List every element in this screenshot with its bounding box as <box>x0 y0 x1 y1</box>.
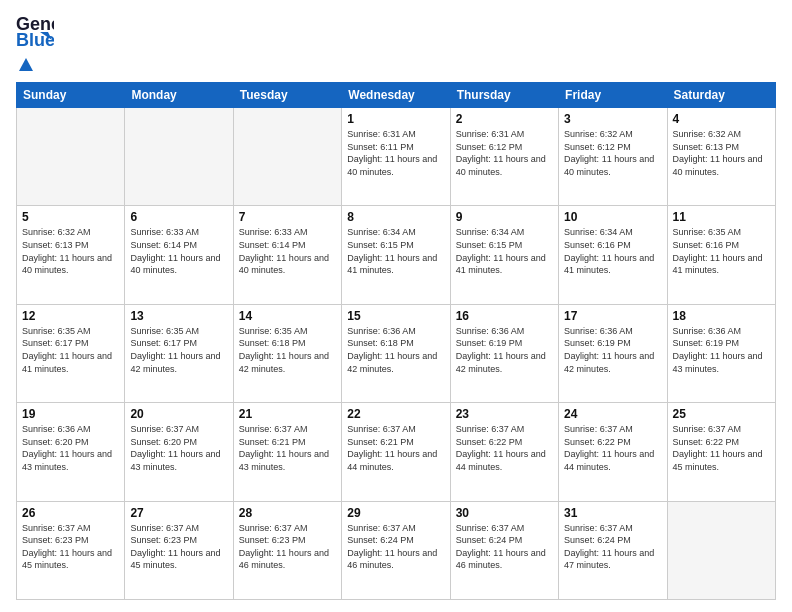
weekday-header-tuesday: Tuesday <box>233 83 341 108</box>
calendar-cell: 15Sunrise: 6:36 AM Sunset: 6:18 PM Dayli… <box>342 304 450 402</box>
calendar-week-5: 26Sunrise: 6:37 AM Sunset: 6:23 PM Dayli… <box>17 501 776 599</box>
day-info: Sunrise: 6:37 AM Sunset: 6:21 PM Dayligh… <box>239 423 336 473</box>
calendar-cell: 11Sunrise: 6:35 AM Sunset: 6:16 PM Dayli… <box>667 206 775 304</box>
calendar-cell <box>667 501 775 599</box>
weekday-header-saturday: Saturday <box>667 83 775 108</box>
day-number: 7 <box>239 210 336 224</box>
day-info: Sunrise: 6:35 AM Sunset: 6:17 PM Dayligh… <box>130 325 227 375</box>
calendar-cell: 20Sunrise: 6:37 AM Sunset: 6:20 PM Dayli… <box>125 403 233 501</box>
day-info: Sunrise: 6:37 AM Sunset: 6:22 PM Dayligh… <box>673 423 770 473</box>
day-info: Sunrise: 6:31 AM Sunset: 6:11 PM Dayligh… <box>347 128 444 178</box>
calendar-cell <box>17 108 125 206</box>
weekday-header-row: SundayMondayTuesdayWednesdayThursdayFrid… <box>17 83 776 108</box>
calendar-week-2: 5Sunrise: 6:32 AM Sunset: 6:13 PM Daylig… <box>17 206 776 304</box>
weekday-header-thursday: Thursday <box>450 83 558 108</box>
day-info: Sunrise: 6:37 AM Sunset: 6:22 PM Dayligh… <box>456 423 553 473</box>
day-info: Sunrise: 6:36 AM Sunset: 6:19 PM Dayligh… <box>564 325 661 375</box>
page: General Blue SundayMondayTuesdayWednesda… <box>0 0 792 612</box>
calendar-cell <box>233 108 341 206</box>
day-number: 23 <box>456 407 553 421</box>
day-info: Sunrise: 6:35 AM Sunset: 6:17 PM Dayligh… <box>22 325 119 375</box>
day-number: 11 <box>673 210 770 224</box>
day-number: 18 <box>673 309 770 323</box>
day-info: Sunrise: 6:35 AM Sunset: 6:16 PM Dayligh… <box>673 226 770 276</box>
calendar-cell: 25Sunrise: 6:37 AM Sunset: 6:22 PM Dayli… <box>667 403 775 501</box>
day-info: Sunrise: 6:31 AM Sunset: 6:12 PM Dayligh… <box>456 128 553 178</box>
day-number: 8 <box>347 210 444 224</box>
day-info: Sunrise: 6:36 AM Sunset: 6:20 PM Dayligh… <box>22 423 119 473</box>
calendar-cell: 21Sunrise: 6:37 AM Sunset: 6:21 PM Dayli… <box>233 403 341 501</box>
day-number: 27 <box>130 506 227 520</box>
day-number: 20 <box>130 407 227 421</box>
day-info: Sunrise: 6:35 AM Sunset: 6:18 PM Dayligh… <box>239 325 336 375</box>
day-number: 21 <box>239 407 336 421</box>
day-info: Sunrise: 6:37 AM Sunset: 6:24 PM Dayligh… <box>564 522 661 572</box>
logo: General Blue <box>16 12 54 74</box>
day-info: Sunrise: 6:37 AM Sunset: 6:23 PM Dayligh… <box>130 522 227 572</box>
day-number: 12 <box>22 309 119 323</box>
day-number: 19 <box>22 407 119 421</box>
day-number: 29 <box>347 506 444 520</box>
weekday-header-sunday: Sunday <box>17 83 125 108</box>
calendar-cell: 6Sunrise: 6:33 AM Sunset: 6:14 PM Daylig… <box>125 206 233 304</box>
day-number: 22 <box>347 407 444 421</box>
calendar-cell: 16Sunrise: 6:36 AM Sunset: 6:19 PM Dayli… <box>450 304 558 402</box>
calendar-table: SundayMondayTuesdayWednesdayThursdayFrid… <box>16 82 776 600</box>
day-info: Sunrise: 6:34 AM Sunset: 6:15 PM Dayligh… <box>347 226 444 276</box>
calendar-cell: 2Sunrise: 6:31 AM Sunset: 6:12 PM Daylig… <box>450 108 558 206</box>
day-number: 9 <box>456 210 553 224</box>
day-number: 15 <box>347 309 444 323</box>
calendar-cell: 3Sunrise: 6:32 AM Sunset: 6:12 PM Daylig… <box>559 108 667 206</box>
day-info: Sunrise: 6:37 AM Sunset: 6:20 PM Dayligh… <box>130 423 227 473</box>
day-number: 17 <box>564 309 661 323</box>
calendar-cell <box>125 108 233 206</box>
calendar-cell: 26Sunrise: 6:37 AM Sunset: 6:23 PM Dayli… <box>17 501 125 599</box>
day-info: Sunrise: 6:32 AM Sunset: 6:12 PM Dayligh… <box>564 128 661 178</box>
day-info: Sunrise: 6:34 AM Sunset: 6:16 PM Dayligh… <box>564 226 661 276</box>
day-info: Sunrise: 6:37 AM Sunset: 6:24 PM Dayligh… <box>456 522 553 572</box>
calendar-cell: 27Sunrise: 6:37 AM Sunset: 6:23 PM Dayli… <box>125 501 233 599</box>
day-info: Sunrise: 6:37 AM Sunset: 6:23 PM Dayligh… <box>239 522 336 572</box>
day-number: 31 <box>564 506 661 520</box>
day-number: 24 <box>564 407 661 421</box>
day-info: Sunrise: 6:36 AM Sunset: 6:19 PM Dayligh… <box>673 325 770 375</box>
day-number: 14 <box>239 309 336 323</box>
weekday-header-wednesday: Wednesday <box>342 83 450 108</box>
calendar-cell: 8Sunrise: 6:34 AM Sunset: 6:15 PM Daylig… <box>342 206 450 304</box>
calendar-cell: 5Sunrise: 6:32 AM Sunset: 6:13 PM Daylig… <box>17 206 125 304</box>
calendar-cell: 14Sunrise: 6:35 AM Sunset: 6:18 PM Dayli… <box>233 304 341 402</box>
calendar-cell: 9Sunrise: 6:34 AM Sunset: 6:15 PM Daylig… <box>450 206 558 304</box>
day-number: 6 <box>130 210 227 224</box>
day-info: Sunrise: 6:36 AM Sunset: 6:18 PM Dayligh… <box>347 325 444 375</box>
logo-icon: General Blue <box>16 12 54 50</box>
calendar-cell: 10Sunrise: 6:34 AM Sunset: 6:16 PM Dayli… <box>559 206 667 304</box>
calendar-cell: 1Sunrise: 6:31 AM Sunset: 6:11 PM Daylig… <box>342 108 450 206</box>
calendar-cell: 29Sunrise: 6:37 AM Sunset: 6:24 PM Dayli… <box>342 501 450 599</box>
logo-triangle-icon <box>19 58 33 71</box>
day-info: Sunrise: 6:37 AM Sunset: 6:24 PM Dayligh… <box>347 522 444 572</box>
calendar-cell: 17Sunrise: 6:36 AM Sunset: 6:19 PM Dayli… <box>559 304 667 402</box>
calendar-cell: 18Sunrise: 6:36 AM Sunset: 6:19 PM Dayli… <box>667 304 775 402</box>
header: General Blue <box>16 12 776 74</box>
day-info: Sunrise: 6:37 AM Sunset: 6:22 PM Dayligh… <box>564 423 661 473</box>
weekday-header-monday: Monday <box>125 83 233 108</box>
day-info: Sunrise: 6:37 AM Sunset: 6:21 PM Dayligh… <box>347 423 444 473</box>
day-number: 25 <box>673 407 770 421</box>
day-number: 16 <box>456 309 553 323</box>
day-number: 10 <box>564 210 661 224</box>
calendar-cell: 24Sunrise: 6:37 AM Sunset: 6:22 PM Dayli… <box>559 403 667 501</box>
calendar-cell: 19Sunrise: 6:36 AM Sunset: 6:20 PM Dayli… <box>17 403 125 501</box>
calendar-cell: 7Sunrise: 6:33 AM Sunset: 6:14 PM Daylig… <box>233 206 341 304</box>
calendar-cell: 23Sunrise: 6:37 AM Sunset: 6:22 PM Dayli… <box>450 403 558 501</box>
day-info: Sunrise: 6:36 AM Sunset: 6:19 PM Dayligh… <box>456 325 553 375</box>
calendar-week-3: 12Sunrise: 6:35 AM Sunset: 6:17 PM Dayli… <box>17 304 776 402</box>
day-info: Sunrise: 6:32 AM Sunset: 6:13 PM Dayligh… <box>673 128 770 178</box>
day-number: 1 <box>347 112 444 126</box>
day-number: 5 <box>22 210 119 224</box>
day-number: 26 <box>22 506 119 520</box>
day-info: Sunrise: 6:33 AM Sunset: 6:14 PM Dayligh… <box>239 226 336 276</box>
day-number: 2 <box>456 112 553 126</box>
day-number: 3 <box>564 112 661 126</box>
day-number: 4 <box>673 112 770 126</box>
calendar-week-4: 19Sunrise: 6:36 AM Sunset: 6:20 PM Dayli… <box>17 403 776 501</box>
